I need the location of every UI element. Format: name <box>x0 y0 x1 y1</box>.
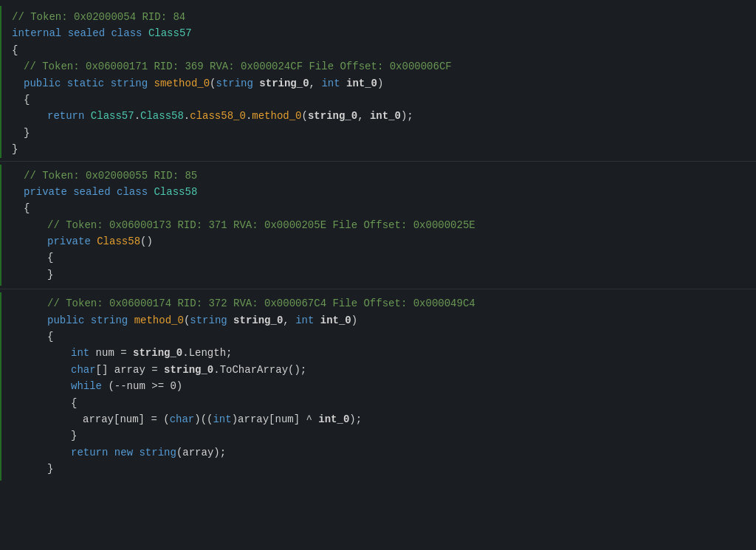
line-b2-comment: // Token: 0x02000055 RID: 85 <box>0 168 756 184</box>
b3-comment-text: // Token: 0x06000174 RID: 372 RVA: 0x000… <box>47 295 475 312</box>
var-int0-body: int_0 <box>318 411 349 427</box>
kw-string-ret: string <box>111 75 148 92</box>
kw-class-2: class <box>117 184 148 200</box>
class-ref-57: Class57 <box>91 108 134 124</box>
line-return: return Class57.Class58.class58_0.method_… <box>0 108 756 124</box>
keyword-class: class <box>111 25 142 41</box>
kw-private-1: private <box>24 184 67 200</box>
line-b2-ctor-comment: // Token: 0x06000173 RID: 371 RVA: 0x000… <box>0 217 756 233</box>
param-str0-b3: string_0 <box>233 312 283 329</box>
param-type-int-b3: int <box>295 312 314 329</box>
b2-ctor-comment-text: // Token: 0x06000173 RID: 371 RVA: 0x000… <box>47 217 475 233</box>
line-b2-ctor-sig: private Class58() <box>0 233 756 250</box>
divider-1 <box>0 161 756 162</box>
line-b3-method-close: } <box>0 461 756 477</box>
divider-2 <box>0 289 756 289</box>
line-b3-open: { <box>0 329 756 345</box>
classname-57: Class57 <box>148 25 192 41</box>
kw-static: static <box>67 75 104 92</box>
method-0-name: method_0 <box>134 312 184 329</box>
kw-new: new <box>114 444 133 461</box>
kw-char-cast: char <box>170 411 195 427</box>
line-b3-while-body: array[num] = (char)((int)array[num] ^ in… <box>0 411 756 427</box>
line-b3-comment: // Token: 0x06000174 RID: 372 RVA: 0x000… <box>0 295 756 312</box>
method-ref-0: method_0 <box>252 108 301 124</box>
block-3: // Token: 0x06000174 RID: 372 RVA: 0x000… <box>0 292 756 480</box>
kw-char: char <box>71 362 96 378</box>
line-b3-while-open: { <box>0 395 756 411</box>
line-method1-open: { <box>0 92 756 108</box>
line-class-decl: internal sealed class Class57 <box>0 25 756 41</box>
b2-comment-text: // Token: 0x02000055 RID: 85 <box>24 168 197 184</box>
line-b3-int-num: int num = string_0.Length; <box>0 345 756 361</box>
line-open-brace-1: { <box>0 42 756 58</box>
ctor-class58: Class58 <box>97 233 140 250</box>
kw-public-b3: public <box>47 312 84 329</box>
param-int0: int_0 <box>346 75 377 92</box>
line-b3-while-close: } <box>0 427 756 444</box>
kw-string-new: string <box>139 444 176 461</box>
kw-sealed-2: sealed <box>73 184 110 200</box>
block-1: // Token: 0x02000054 RID: 84 internal se… <box>0 6 756 158</box>
kw-int-cast: int <box>213 411 231 427</box>
comment-text: // Token: 0x02000054 RID: 84 <box>12 9 185 25</box>
line-b2-class-decl: private sealed class Class58 <box>0 184 756 200</box>
param-type-string1: string <box>216 75 253 92</box>
keyword-sealed: sealed <box>68 25 105 41</box>
line-comment-header: // Token: 0x02000054 RID: 84 <box>0 9 756 25</box>
keyword-internal: internal <box>12 25 61 41</box>
kw-private-ctor: private <box>47 233 91 250</box>
line-b3-char-array: char[] array = string_0.ToCharArray(); <box>0 362 756 378</box>
class-ref-58: Class58 <box>140 108 184 124</box>
line-method1-comment: // Token: 0x06000171 RID: 369 RVA: 0x000… <box>0 58 756 75</box>
line-b2-ctor-close: } <box>0 267 756 283</box>
field-class58-0: class58_0 <box>190 108 246 124</box>
method-smethod0: smethod_0 <box>154 75 210 92</box>
var-string0-1: string_0 <box>133 345 182 361</box>
param-int0-b3: int_0 <box>320 312 351 329</box>
kw-public: public <box>24 75 61 92</box>
line-b3-return: return new string(array); <box>0 444 756 461</box>
classname-58: Class58 <box>154 184 197 200</box>
kw-string-b3: string <box>91 312 128 329</box>
method1-comment-text: // Token: 0x06000171 RID: 369 RVA: 0x000… <box>24 58 452 75</box>
line-method1-close: } <box>0 125 756 141</box>
line-method1-sig: public static string smethod_0(string st… <box>0 75 756 92</box>
arg-int0: int_0 <box>370 108 401 124</box>
line-b2-ctor-open: { <box>0 250 756 266</box>
var-string0-2: string_0 <box>164 362 213 378</box>
line-b2-open: { <box>0 200 756 216</box>
line-class-close-1: } <box>0 141 756 157</box>
line-b3-while: while (--num >= 0) <box>0 378 756 394</box>
param-type-int1: int <box>321 75 340 92</box>
arg-string0: string_0 <box>308 108 357 124</box>
kw-while: while <box>71 378 102 394</box>
kw-int: int <box>71 345 89 361</box>
line-b3-method-sig: public string method_0(string string_0, … <box>0 312 756 329</box>
param-string0: string_0 <box>259 75 309 92</box>
kw-return: return <box>47 108 84 124</box>
code-container: // Token: 0x02000054 RID: 84 internal se… <box>0 0 756 550</box>
param-type-str-b3: string <box>190 312 227 329</box>
block-2: // Token: 0x02000055 RID: 85 private sea… <box>0 165 756 286</box>
kw-return-b3: return <box>71 444 108 461</box>
